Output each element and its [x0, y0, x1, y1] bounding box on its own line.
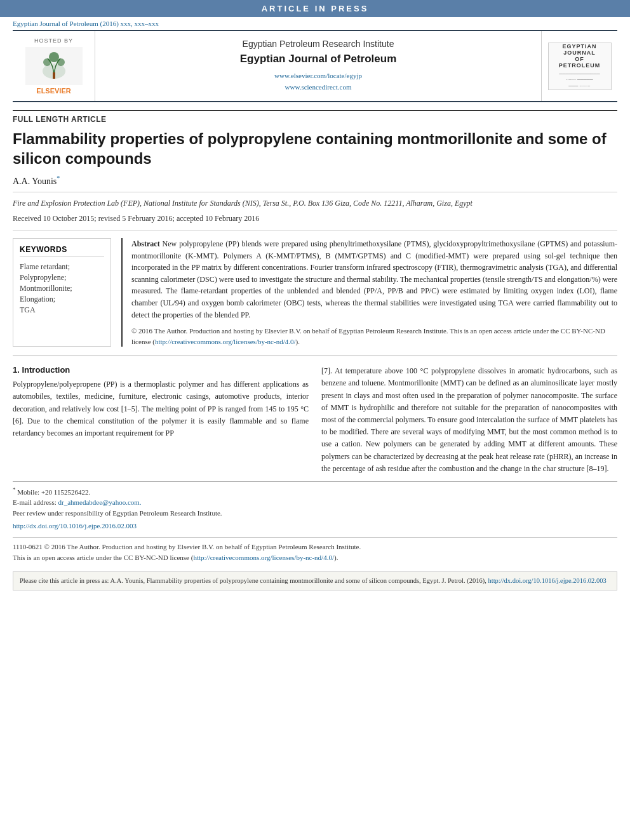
keyword-item-2: Polypropylene;	[20, 273, 104, 283]
received-dates: Received 10 October 2015; revised 5 Febr…	[13, 214, 617, 230]
author-superscript: *	[57, 175, 60, 182]
bottom-open-access-link[interactable]: http://creativecommons.org/licenses/by-n…	[193, 554, 334, 561]
journal-urls: www.elsevier.com/locate/egyjp www.scienc…	[274, 70, 362, 93]
two-col-content: 1. Introduction Polypropylene/polyeprope…	[13, 365, 617, 475]
col-left: 1. Introduction Polypropylene/polyeprope…	[13, 365, 309, 475]
copyright-link[interactable]: http://creativecommons.org/licenses/by-n…	[155, 338, 296, 345]
article-authors: A.A. Younis*	[13, 175, 617, 187]
journal-logo-mini: EGYPTIAN JOURNAL OF PETROLEUM ──────────…	[548, 43, 612, 90]
doi-link[interactable]: http://dx.doi.org/10.1016/j.ejpe.2016.02…	[13, 522, 137, 530]
abstract-panel: Abstract New polypropylene (PP) blends w…	[121, 238, 617, 347]
svg-point-3	[57, 58, 65, 66]
elsevier-logo-block: HOSTED BY ELSEVIER	[13, 31, 95, 101]
footnote-area: * Mobile: +20 1152526422. E-mail address…	[13, 481, 617, 518]
email-link[interactable]: dr_ahmedabdee@yahoo.com.	[58, 498, 141, 506]
journal-link-line: Egyptian Journal of Petroleum (2016) xxx…	[0, 17, 630, 30]
introduction-heading: 1. Introduction	[13, 365, 309, 375]
copyright-end: ).	[296, 338, 300, 345]
institute-name: Egyptian Petroleum Research Institute	[243, 39, 394, 49]
footnote-email: E-mail address: dr_ahmedabdee@yahoo.com.	[13, 497, 617, 508]
copyright-text: © 2016 The Author. Production and hostin…	[131, 326, 617, 347]
hosted-by-label: HOSTED BY	[34, 37, 73, 44]
article-in-press-banner: ARTICLE IN PRESS	[0, 0, 630, 17]
bottom-open-access-text: This is an open access article under the…	[13, 552, 617, 563]
elsevier-tree-icon	[38, 52, 70, 81]
section-divider	[13, 356, 617, 356]
logo-line4: PETROLEUM	[559, 62, 601, 69]
svg-point-2	[43, 58, 51, 66]
content-body: KEYWORDS Flame retardant; Polypropylene;…	[13, 238, 617, 347]
logo-line2: JOURNAL	[563, 50, 596, 56]
journal-title-text: Egyptian Journal of Petroleum	[240, 53, 397, 65]
abstract-label: Abstract	[131, 239, 160, 248]
citation-link[interactable]: http://dx.doi.org/10.1016/j.ejpe.2016.02…	[488, 577, 607, 584]
logo-line1: EGYPTIAN	[562, 43, 596, 50]
affiliation-block: Fire and Explosion Protection Lab (FEP),…	[13, 192, 617, 209]
abstract-text: Abstract New polypropylene (PP) blends w…	[131, 238, 617, 321]
footnote-mobile: * Mobile: +20 1152526422.	[13, 486, 617, 497]
keywords-panel: KEYWORDS Flame retardant; Polypropylene;…	[13, 238, 111, 347]
citation-text: Please cite this article in press as: A.…	[20, 577, 486, 584]
footnote-superscript: *	[13, 486, 16, 493]
journal-header: HOSTED BY ELSEVIER Egyptian Petroleum Re…	[13, 30, 617, 102]
intro-left-text: Polypropylene/polyepropene (PP) is a the…	[13, 378, 309, 439]
svg-rect-4	[53, 72, 55, 79]
journal-logo-block: EGYPTIAN JOURNAL OF PETROLEUM ──────────…	[541, 31, 617, 101]
keyword-item-1: Flame retardant;	[20, 262, 104, 272]
col-right: [7]. At temperature above 100 °C polypro…	[321, 365, 617, 475]
logo-mini-text: ───────────── ········ ───── ─── ·······…	[559, 71, 600, 88]
elsevier-brand-text: ELSEVIER	[36, 87, 70, 95]
journal-url2[interactable]: www.sciencedirect.com	[274, 82, 362, 93]
bottom-bar: 1110-0621 © 2016 The Author. Production …	[13, 537, 617, 566]
bottom-copyright-text: 1110-0621 © 2016 The Author. Production …	[13, 542, 617, 552]
footnote-peer-review: Peer review under responsibility of Egyp…	[13, 508, 617, 519]
journal-center-block: Egyptian Petroleum Research Institute Eg…	[95, 31, 541, 101]
article-type-label: FULL LENGTH ARTICLE	[13, 110, 617, 124]
intro-right-text: [7]. At temperature above 100 °C polypro…	[321, 365, 617, 475]
elsevier-logo-image	[25, 47, 83, 85]
keyword-item-5: TGA	[20, 305, 104, 315]
article-title: Flammability properties of polypropylene…	[13, 129, 617, 168]
keywords-title: KEYWORDS	[20, 245, 104, 257]
journal-url1[interactable]: www.elsevier.com/locate/egyjp	[274, 70, 362, 82]
doi-block: http://dx.doi.org/10.1016/j.ejpe.2016.02…	[13, 521, 617, 531]
keyword-item-4: Elongation;	[20, 295, 104, 304]
author-name: A.A. Younis	[13, 177, 57, 186]
keyword-item-3: Montmorillonite;	[20, 284, 104, 293]
abstract-body: New polypropylene (PP) blends were prepa…	[131, 239, 617, 319]
citation-box: Please cite this article in press as: A.…	[13, 571, 617, 590]
logo-line3: OF	[575, 56, 584, 62]
